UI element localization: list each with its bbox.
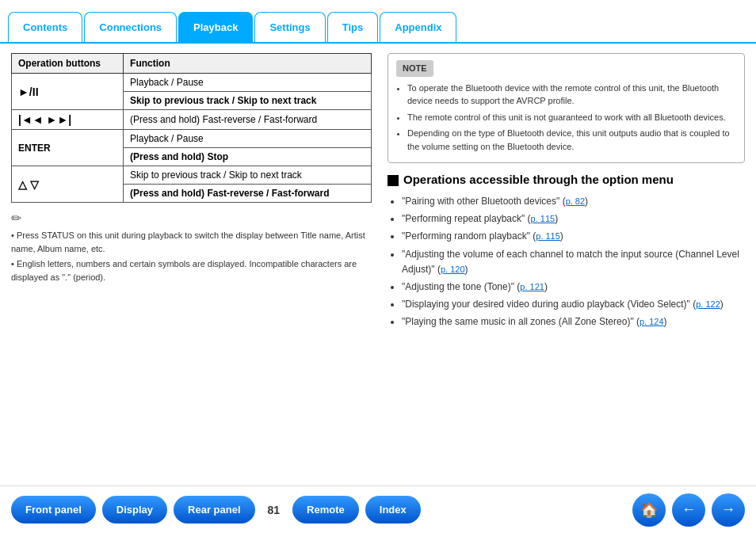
link-p122[interactable]: p. 122 (696, 299, 720, 309)
link-p115a[interactable]: p. 115 (531, 214, 556, 223)
note-bullet-2: • English letters, numbers and certain s… (11, 257, 372, 284)
index-button[interactable]: Index (365, 496, 421, 523)
note-item-3: Depending on the type of Bluetooth devic… (407, 127, 736, 153)
table-row: ►/II Playback / Pause (12, 74, 372, 92)
tabs-bar: Contents Connections Playback Settings T… (0, 0, 756, 44)
back-icon: ← (682, 501, 696, 518)
table-row: ENTER Playback / Pause (12, 130, 372, 148)
operation-table: Operation buttons Function ►/II Playback… (11, 53, 372, 203)
forward-icon: → (721, 501, 735, 518)
note-label: NOTE (396, 60, 433, 77)
tab-playback[interactable]: Playback (178, 12, 253, 42)
forward-button[interactable]: → (712, 493, 745, 527)
link-p115b[interactable]: p. 115 (536, 231, 560, 241)
function-play-pause: Playback / Pause (124, 74, 372, 92)
pencil-icon: ✏ (11, 211, 372, 226)
note-box: NOTE To operate the Bluetooth device wit… (388, 53, 745, 163)
home-button[interactable]: 🏠 (632, 493, 666, 527)
function-enter-play: Playback / Pause (124, 130, 372, 148)
page-number: 81 (268, 504, 281, 516)
back-button[interactable]: ← (672, 493, 705, 527)
note-item-1: To operate the Bluetooth device with the… (407, 82, 736, 108)
list-item: "Performing repeat playback" (p. 115) (402, 211, 745, 227)
tab-appendix[interactable]: Appendix (380, 12, 456, 42)
col-header-function: Function (124, 54, 372, 74)
function-updown-fast: (Press and hold) Fast-reverse / Fast-for… (124, 185, 372, 203)
list-item: "Pairing with other Bluetooth devices" (… (402, 194, 745, 209)
button-enter: ENTER (12, 130, 124, 166)
section-icon (388, 175, 399, 186)
function-enter-stop: (Press and hold) Stop (124, 148, 372, 166)
tab-contents[interactable]: Contents (8, 12, 82, 42)
list-item: "Adjusting the volume of each channel to… (402, 247, 745, 277)
front-panel-button[interactable]: Front panel (11, 496, 96, 523)
table-row: △ ▽ Skip to previous track / Skip to nex… (12, 166, 372, 185)
options-list: "Pairing with other Bluetooth devices" (… (388, 194, 745, 330)
function-fastrev-fwd: (Press and hold) Fast-reverse / Fast-for… (124, 110, 372, 130)
bottom-bar: Front panel Display Rear panel 81 Remote… (0, 485, 756, 533)
main-content: Operation buttons Function ►/II Playback… (0, 44, 756, 485)
section-title: Operations accessible through the option… (388, 173, 745, 186)
display-button[interactable]: Display (102, 496, 167, 523)
tab-connections[interactable]: Connections (84, 12, 177, 42)
note-list: To operate the Bluetooth device with the… (396, 82, 736, 154)
col-header-buttons: Operation buttons (12, 54, 124, 74)
function-skip-track: Skip to previous track / Skip to next tr… (124, 92, 372, 110)
right-column: NOTE To operate the Bluetooth device wit… (388, 53, 745, 476)
tab-settings[interactable]: Settings (254, 12, 325, 42)
table-row: |◄◄ ►►| (Press and hold) Fast-reverse / … (12, 110, 372, 130)
note-text-block: • Press STATUS on this unit during playb… (11, 229, 372, 284)
link-p82[interactable]: p. 82 (566, 196, 585, 206)
button-fastrev-fwd: |◄◄ ►►| (12, 110, 124, 130)
note-bullet-1: • Press STATUS on this unit during playb… (11, 229, 372, 255)
tab-tips[interactable]: Tips (327, 12, 379, 42)
button-updown: △ ▽ (12, 166, 124, 203)
link-p120[interactable]: p. 120 (441, 265, 465, 274)
function-updown-skip: Skip to previous track / Skip to next tr… (124, 166, 372, 185)
left-column: Operation buttons Function ►/II Playback… (11, 53, 372, 476)
button-play-pause: ►/II (12, 74, 124, 110)
list-item: "Performing random playback" (p. 115) (402, 229, 745, 244)
list-item: "Displaying your desired video during au… (402, 297, 745, 312)
note-item-2: The remote control of this unit is not g… (407, 111, 736, 124)
remote-button[interactable]: Remote (292, 496, 359, 523)
list-item: "Adjusting the tone (Tone)" (p. 121) (402, 280, 745, 295)
rear-panel-button[interactable]: Rear panel (174, 496, 254, 523)
link-p121[interactable]: p. 121 (520, 282, 544, 291)
list-item: "Playing the same music in all zones (Al… (402, 314, 745, 329)
home-icon: 🏠 (640, 501, 658, 519)
link-p124[interactable]: p. 124 (640, 317, 664, 326)
